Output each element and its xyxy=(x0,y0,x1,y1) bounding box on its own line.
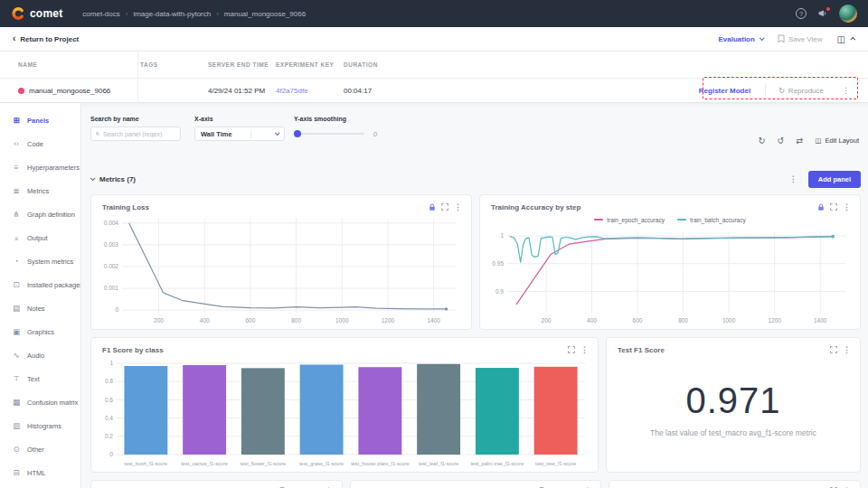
panel-title: Training Accuracy by step xyxy=(491,203,580,211)
sidebar-item-system-metrics[interactable]: ◔System metrics xyxy=(0,249,80,273)
layout-view-icon[interactable]: ◫ xyxy=(837,34,845,44)
legend-label: train_epoch_accuracy xyxy=(607,217,665,223)
save-view-button[interactable]: Save View xyxy=(778,34,823,43)
sidebar-item-label: Notes xyxy=(27,305,45,313)
breadcrumb-project[interactable]: comet-docs xyxy=(82,10,119,18)
panel-training-accuracy: Training Accuracy by step ⋮ train_epoch_… xyxy=(479,194,861,330)
pr-step-slider[interactable] xyxy=(213,483,295,488)
html-icon: ⊟ xyxy=(12,468,21,477)
sidebar-item-graphics[interactable]: ▣Graphics xyxy=(0,320,80,343)
training-loss-chart[interactable]: 20040060080010001200140000.0010.0020.003… xyxy=(95,213,466,326)
smoothing-slider[interactable] xyxy=(294,127,364,141)
svg-text:1400: 1400 xyxy=(427,317,440,324)
hyperparameters-icon: ≡ xyxy=(12,163,21,172)
panel-test-f1-score: Test F1 Score ⋮ 0.971 The last value of … xyxy=(606,337,861,473)
svg-text:1200: 1200 xyxy=(768,317,781,324)
experiment-duration: 00:04:17 xyxy=(344,87,372,95)
sidebar-item-label: Histograms xyxy=(27,422,61,430)
reproduce-button[interactable]: ↻ Reproduce xyxy=(766,87,836,95)
sidebar-item-hyperparameters[interactable]: ≡Hyperparameters xyxy=(0,155,80,179)
experiment-name[interactable]: manual_mongoose_9066 xyxy=(29,87,110,95)
expand-icon[interactable] xyxy=(830,346,837,353)
svg-text:0.6: 0.6 xyxy=(105,397,113,403)
breadcrumb-sep-icon: › xyxy=(216,10,219,18)
legend-item-epoch-accuracy[interactable]: train_epoch_accuracy xyxy=(594,215,665,224)
panel-kebab-menu[interactable]: ⋮ xyxy=(580,345,589,354)
panel-toolbar: Search by name X-axis Wall Time Y-axis s… xyxy=(90,116,861,155)
add-panel-button[interactable]: Add panel xyxy=(808,171,861,188)
svg-text:0.2: 0.2 xyxy=(105,433,113,439)
svg-text:0.95: 0.95 xyxy=(492,260,504,267)
sidebar-item-html[interactable]: ⊟HTML xyxy=(0,461,80,484)
f1-score-bar-chart[interactable]: 00.20.40.60.81test_bush_f1-scoretest_cac… xyxy=(95,356,592,469)
panel-training-loss: Training Loss ⋮ 200400600800100012001400… xyxy=(90,194,472,330)
sub-header: ‹ Return to Project Evaluation Save View… xyxy=(0,27,868,52)
layout-icon: ◫ xyxy=(815,136,821,145)
notification-badge xyxy=(826,7,830,11)
svg-text:200: 200 xyxy=(154,317,164,324)
metrics-section-toggle[interactable]: Metrics (7) xyxy=(90,175,136,183)
sidebar-item-panels[interactable]: ⊞Panels xyxy=(0,108,80,132)
chevron-down-icon xyxy=(275,130,280,136)
svg-text:1: 1 xyxy=(500,232,504,239)
col-name: NAME xyxy=(18,61,37,68)
sidebar-item-histograms[interactable]: ▥Histograms xyxy=(0,414,80,437)
lock-icon[interactable] xyxy=(817,203,825,211)
metrics-icon: ≣ xyxy=(12,186,21,195)
test-f1-caption: The last value of test_macro avg_f1-scor… xyxy=(650,428,816,437)
row-kebab-menu[interactable]: ⋮ xyxy=(836,86,855,95)
refresh-icon[interactable]: ↻ xyxy=(758,136,765,145)
expand-icon[interactable] xyxy=(830,203,837,211)
roc-step-slider[interactable] xyxy=(473,483,554,488)
text-icon: ⊤ xyxy=(12,374,21,383)
breadcrumb-workspace[interactable]: image-data-with-pytorch xyxy=(133,10,211,18)
svg-text:0.002: 0.002 xyxy=(104,263,119,269)
section-kebab-menu[interactable]: ⋮ xyxy=(789,174,797,183)
output-icon: ⌅ xyxy=(12,233,21,242)
sidebar-item-other[interactable]: ⊙Other xyxy=(0,437,80,461)
experiment-key-link[interactable]: 4f2a75dfe xyxy=(276,87,308,95)
sidebar-item-audio[interactable]: ∿Audio xyxy=(0,343,80,367)
xaxis-select[interactable]: Wall Time xyxy=(194,127,285,141)
search-input[interactable] xyxy=(103,131,175,137)
panel-kebab-menu[interactable]: ⋮ xyxy=(843,345,851,354)
register-model-button[interactable]: Register Model xyxy=(684,87,765,95)
experiment-color-dot xyxy=(18,88,24,94)
help-icon[interactable]: ? xyxy=(796,8,807,19)
notifications-icon[interactable] xyxy=(817,9,828,18)
sidebar-item-label: Code xyxy=(27,140,43,148)
sidebar-item-label: Panels xyxy=(27,117,49,125)
training-accuracy-chart[interactable]: 2004006008001000120014000.90.951 xyxy=(484,226,854,326)
search-box[interactable] xyxy=(90,127,181,141)
sidebar-item-confusion-matrix[interactable]: ▦Confusion matrix xyxy=(0,390,80,414)
sidebar-item-text[interactable]: ⊤Text xyxy=(0,367,80,390)
lock-icon[interactable] xyxy=(429,203,436,211)
collapse-icon[interactable] xyxy=(850,37,855,42)
top-nav: comet comet-docs › image-data-with-pytor… xyxy=(0,0,868,27)
sidebar-item-output[interactable]: ⌅Output xyxy=(0,226,80,249)
breadcrumb-experiment[interactable]: manual_mongoose_9066 xyxy=(224,10,306,18)
panel-kebab-menu[interactable]: ⋮ xyxy=(843,202,851,211)
sidebar-item-notes[interactable]: ▤Notes xyxy=(0,296,80,320)
slider-thumb[interactable] xyxy=(294,130,301,137)
chart-legend: train_epoch_accuracy train_batch_accurac… xyxy=(480,215,860,224)
expand-icon[interactable] xyxy=(568,346,575,353)
sidebar-item-metrics[interactable]: ≣Metrics xyxy=(0,179,80,202)
return-to-project-link[interactable]: ‹ Return to Project xyxy=(13,34,79,43)
panel-title: F1 Score by class xyxy=(102,346,164,354)
reset-history-icon[interactable]: ↺ xyxy=(777,136,784,145)
sidebar-item-graph-definition[interactable]: ⋔Graph definition xyxy=(0,202,80,226)
filter-sliders-icon[interactable]: ⇄ xyxy=(796,136,803,145)
legend-item-batch-accuracy[interactable]: train_batch_accuracy xyxy=(677,215,746,224)
edit-layout-button[interactable]: ◫ Edit Layout xyxy=(815,136,859,145)
view-dropdown[interactable]: Evaluation xyxy=(718,35,762,43)
user-avatar[interactable] xyxy=(839,5,857,23)
panel-kebab-menu[interactable]: ⋮ xyxy=(454,202,462,211)
comet-logo[interactable]: comet xyxy=(11,6,62,21)
svg-text:0.001: 0.001 xyxy=(104,285,119,291)
expand-icon[interactable] xyxy=(441,203,448,211)
sidebar-item-code[interactable]: ‹›Code xyxy=(0,132,80,155)
graph-icon: ⋔ xyxy=(12,210,21,219)
sidebar-item-installed-packages[interactable]: ⊡Installed packages xyxy=(0,273,80,296)
svg-text:800: 800 xyxy=(678,317,688,324)
